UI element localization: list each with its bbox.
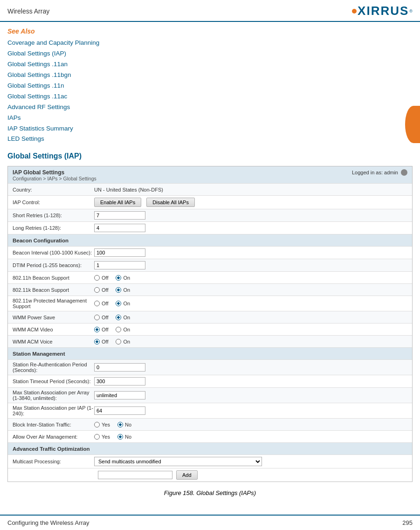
label-multicast: Multicast Processing: bbox=[13, 459, 94, 464]
panel-title: IAP Global Settings bbox=[13, 169, 96, 176]
radio-80211h-off[interactable]: Off bbox=[94, 275, 108, 281]
radio-circle-wmm-power-on bbox=[116, 315, 121, 320]
value-station-timeout bbox=[94, 377, 407, 385]
dtim-input[interactable] bbox=[94, 261, 145, 269]
station-reauth-input[interactable] bbox=[94, 363, 145, 372]
figure-caption: Figure 158. Global Settings (IAPs) bbox=[7, 489, 413, 496]
long-retries-input[interactable] bbox=[94, 224, 145, 232]
gear-icon[interactable] bbox=[401, 169, 407, 176]
page-header: Wireless Array XIRRUS ® bbox=[0, 0, 420, 22]
label-short-retries: Short Retries (1-128): bbox=[13, 213, 94, 218]
label-80211k: 802.11k Beacon Support bbox=[13, 287, 94, 293]
multicast-select[interactable]: Send multicasts unmodified bbox=[94, 457, 262, 466]
max-station-array-input[interactable] bbox=[94, 391, 145, 399]
link-global-11n[interactable]: Global Settings .11n bbox=[7, 81, 413, 91]
radio-circle-80211k-on bbox=[116, 287, 121, 293]
enable-all-iaps-button[interactable]: Enable All IAPs bbox=[94, 198, 141, 207]
row-dtim: DTIM Period (1-255 beacons): bbox=[8, 259, 412, 271]
max-station-iap-input[interactable] bbox=[94, 406, 145, 415]
radio-80211w-off[interactable]: Off bbox=[94, 301, 108, 306]
row-wmm-power-save: WMM Power Save Off On bbox=[8, 311, 412, 323]
add-input[interactable] bbox=[98, 471, 172, 479]
station-timeout-input[interactable] bbox=[94, 377, 145, 385]
disable-all-iaps-button[interactable]: Disable All IAPs bbox=[146, 198, 195, 207]
radio-80211k-off[interactable]: Off bbox=[94, 287, 108, 293]
label-block-interstation: Block Inter-Station Traffic: bbox=[13, 422, 94, 427]
radio-allow-no[interactable]: No bbox=[117, 434, 131, 440]
link-coverage[interactable]: Coverage and Capacity Planning bbox=[7, 38, 413, 48]
logo-text: XIRRUS bbox=[358, 4, 409, 18]
row-allow-over-air: Allow Over Air Management: Yes No bbox=[8, 430, 412, 442]
link-advanced-rf[interactable]: Advanced RF Settings bbox=[7, 102, 413, 113]
label-allow-over-air: Allow Over Air Management: bbox=[13, 434, 94, 440]
label-iap-control: IAP Control: bbox=[13, 200, 94, 205]
value-short-retries bbox=[94, 211, 407, 220]
section-beacon: Beacon Configuration bbox=[8, 234, 412, 246]
radio-circle-80211k-off bbox=[94, 287, 100, 293]
row-80211h: 802.11h Beacon Support Off On bbox=[8, 271, 412, 283]
label-wmm-acm-video: WMM ACM Video bbox=[13, 327, 94, 332]
panel-breadcrumb: Configuration > IAPs > Global Settings bbox=[13, 176, 96, 181]
value-wmm-acm-voice: Off On bbox=[94, 339, 407, 344]
value-block-interstation: Yes No bbox=[94, 422, 407, 427]
row-block-interstation: Block Inter-Station Traffic: Yes No bbox=[8, 418, 412, 430]
radio-wmm-acm-voice-on[interactable]: On bbox=[116, 339, 130, 344]
radio-block-no[interactable]: No bbox=[117, 422, 131, 427]
logo: XIRRUS ® bbox=[352, 4, 413, 18]
iap-panel: IAP Global Settings Configuration > IAPs… bbox=[7, 166, 413, 482]
radio-circle-allow-no bbox=[117, 434, 123, 440]
section-advanced-traffic-label: Advanced Traffic Optimization bbox=[13, 446, 90, 452]
radio-block-yes[interactable]: Yes bbox=[94, 422, 110, 427]
value-dtim bbox=[94, 261, 407, 269]
footer-page: 295 bbox=[402, 519, 413, 526]
value-iap-control: Enable All IAPs Disable All IAPs bbox=[94, 198, 407, 207]
link-global-iap[interactable]: Global Settings (IAP) bbox=[7, 48, 413, 59]
row-station-reauth: Station Re-Authentication Period (Second… bbox=[8, 359, 412, 375]
label-long-retries: Long Retries (1-128): bbox=[13, 225, 94, 231]
see-also-links: Coverage and Capacity Planning Global Se… bbox=[7, 38, 413, 145]
radio-wmm-acm-voice-off[interactable]: Off bbox=[94, 339, 108, 344]
radio-wmm-acm-video-off[interactable]: Off bbox=[94, 327, 108, 332]
value-wmm-power-save: Off On bbox=[94, 315, 407, 320]
radio-circle-allow-yes bbox=[94, 434, 100, 440]
radio-circle-80211h-on bbox=[116, 275, 121, 281]
section-station-label: Station Management bbox=[13, 351, 65, 357]
row-80211k: 802.11k Beacon Support Off On bbox=[8, 283, 412, 296]
link-iap-stats[interactable]: IAP Statistics Summary bbox=[7, 124, 413, 134]
label-dtim: DTIM Period (1-255 beacons): bbox=[13, 262, 94, 268]
logo-dot bbox=[352, 9, 357, 14]
short-retries-input[interactable] bbox=[94, 211, 145, 220]
header-title: Wireless Array bbox=[7, 7, 49, 15]
page-footer: Configuring the Wireless Array 295 bbox=[0, 515, 420, 530]
label-beacon-interval: Beacon Interval (100-1000 Kusec): bbox=[13, 250, 94, 255]
radio-allow-yes[interactable]: Yes bbox=[94, 434, 110, 440]
radio-wmm-power-off[interactable]: Off bbox=[94, 315, 108, 320]
label-wmm-power-save: WMM Power Save bbox=[13, 315, 94, 320]
add-button[interactable]: Add bbox=[176, 470, 198, 480]
radio-80211w-on[interactable]: On bbox=[116, 301, 130, 306]
radio-circle-wmm-acm-voice-off bbox=[94, 339, 100, 344]
radio-wmm-power-on[interactable]: On bbox=[116, 315, 130, 320]
see-also-section: See Also Coverage and Capacity Planning … bbox=[7, 28, 413, 145]
row-wmm-acm-video: WMM ACM Video Off On bbox=[8, 323, 412, 335]
link-led[interactable]: LED Settings bbox=[7, 134, 413, 145]
label-station-timeout: Station Timeout Period (Seconds): bbox=[13, 379, 94, 384]
see-also-label: See Also bbox=[7, 28, 413, 35]
link-global-11an[interactable]: Global Settings .11an bbox=[7, 59, 413, 70]
link-global-11bgn[interactable]: Global Settings .11bgn bbox=[7, 70, 413, 81]
radio-circle-wmm-acm-video-on bbox=[116, 327, 121, 332]
label-wmm-acm-voice: WMM ACM Voice bbox=[13, 339, 94, 344]
radio-80211h-on[interactable]: On bbox=[116, 275, 130, 281]
row-max-station-array: Max Station Association per Array (1-384… bbox=[8, 387, 412, 403]
link-global-11ac[interactable]: Global Settings .11ac bbox=[7, 91, 413, 102]
radio-80211k-on[interactable]: On bbox=[116, 287, 130, 293]
link-iaps[interactable]: IAPs bbox=[7, 113, 413, 124]
value-wmm-acm-video: Off On bbox=[94, 327, 407, 332]
beacon-interval-input[interactable] bbox=[94, 248, 145, 257]
row-long-retries: Long Retries (1-128): bbox=[8, 221, 412, 234]
radio-wmm-acm-video-on[interactable]: On bbox=[116, 327, 130, 332]
value-80211w: Off On bbox=[94, 301, 407, 306]
row-country: Country: UN - United States (Non-DFS) bbox=[8, 183, 412, 195]
value-multicast: Send multicasts unmodified bbox=[94, 457, 407, 466]
footer-left: Configuring the Wireless Array bbox=[7, 519, 90, 526]
